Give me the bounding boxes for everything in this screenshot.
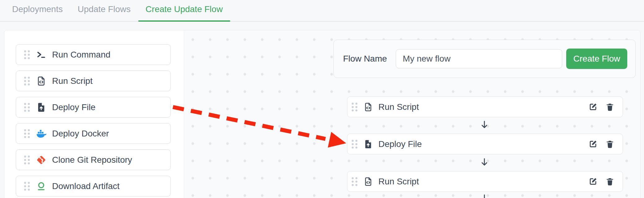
flow-step-run-script-1[interactable]: Run Script <box>347 97 623 117</box>
drag-handle-icon[interactable] <box>24 102 30 113</box>
deploy-file-icon <box>363 139 373 149</box>
script-file-icon <box>363 102 373 112</box>
create-flow-button[interactable]: Create Flow <box>566 49 627 69</box>
edit-icon <box>588 102 598 112</box>
terminal-icon <box>36 50 46 60</box>
palette-item-label: Clone Git Repository <box>52 155 132 165</box>
palette-item-run-script[interactable]: Run Script <box>16 71 171 91</box>
drag-handle-icon[interactable] <box>24 128 30 139</box>
edit-step-button[interactable] <box>588 139 598 149</box>
drag-handle-icon[interactable] <box>24 181 30 192</box>
tab-create-update-flow[interactable]: Create Update Flow <box>138 5 230 21</box>
flow-step-run-script-2[interactable]: Run Script <box>347 171 623 192</box>
script-file-icon <box>363 177 373 187</box>
step-palette-sidebar: Run Command Run Script Deploy File Deplo… <box>4 30 184 198</box>
drag-handle-icon[interactable] <box>24 76 30 86</box>
delete-step-button[interactable] <box>605 140 615 149</box>
palette-item-deploy-docker[interactable]: Deploy Docker <box>16 123 171 144</box>
flow-name-form: Flow Name Create Flow <box>333 40 636 78</box>
flow-name-label: Flow Name <box>343 54 387 64</box>
drag-handle-icon[interactable] <box>351 102 358 112</box>
palette-item-label: Run Script <box>52 76 93 86</box>
flow-canvas: Flow Name Create Flow Run Script Depl <box>184 30 640 198</box>
flow-step-label: Run Script <box>378 177 419 187</box>
artifact-icon <box>36 181 46 192</box>
drag-handle-icon[interactable] <box>24 50 30 60</box>
delete-step-button[interactable] <box>605 177 615 186</box>
edit-step-button[interactable] <box>588 102 598 112</box>
git-icon <box>36 155 46 165</box>
trash-icon <box>605 102 615 112</box>
palette-item-label: Run Command <box>52 50 110 60</box>
drag-handle-icon[interactable] <box>351 176 358 187</box>
edit-step-button[interactable] <box>588 177 598 186</box>
down-arrow-icon <box>479 193 490 198</box>
down-arrow-icon <box>479 157 490 167</box>
palette-item-label: Download Artifact <box>52 181 120 191</box>
palette-item-run-command[interactable]: Run Command <box>16 44 171 65</box>
flow-step-deploy-file[interactable]: Deploy File <box>347 134 623 154</box>
tab-deployments[interactable]: Deployments <box>5 5 70 21</box>
docker-icon <box>36 128 46 139</box>
drag-handle-icon[interactable] <box>351 139 358 149</box>
delete-step-button[interactable] <box>605 102 615 112</box>
palette-item-deploy-file[interactable]: Deploy File <box>16 97 171 118</box>
tab-update-flows[interactable]: Update Flows <box>70 5 138 21</box>
deploy-file-icon <box>36 102 46 113</box>
flow-name-input[interactable] <box>396 49 562 68</box>
trash-icon <box>605 177 615 186</box>
tab-bar: Deployments Update Flows Create Update F… <box>0 0 644 22</box>
create-update-flow-page: { "tabs": { "items": [ { "label": "Deplo… <box>0 0 644 198</box>
edit-icon <box>588 139 598 149</box>
content-panel: Run Command Run Script Deploy File Deplo… <box>4 30 641 198</box>
drag-handle-icon[interactable] <box>24 155 30 165</box>
down-arrow-icon <box>479 120 490 130</box>
script-file-icon <box>36 76 46 86</box>
palette-item-label: Deploy Docker <box>52 129 109 139</box>
edit-icon <box>588 177 598 186</box>
flow-step-label: Run Script <box>378 102 419 112</box>
trash-icon <box>605 140 615 149</box>
palette-item-clone-git-repository[interactable]: Clone Git Repository <box>16 149 171 170</box>
palette-item-label: Deploy File <box>52 102 95 112</box>
palette-item-download-artifact[interactable]: Download Artifact <box>16 176 171 196</box>
flow-step-label: Deploy File <box>378 139 422 149</box>
